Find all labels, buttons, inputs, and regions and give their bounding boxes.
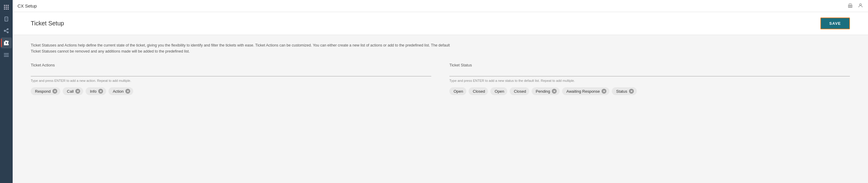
svg-rect-10	[4, 55, 9, 55]
svg-rect-0	[4, 5, 5, 6]
tag-status-closed-2: Closed	[510, 87, 529, 95]
tag-action: Action ✕	[108, 87, 133, 95]
svg-rect-4	[6, 7, 7, 8]
topbar-title: CX Setup	[18, 3, 37, 8]
tag-respond-label: Respond	[35, 89, 51, 94]
tag-info-remove[interactable]: ✕	[98, 89, 103, 94]
tag-status-closed-2-label: Closed	[514, 89, 526, 94]
tag-status-awaiting-remove[interactable]: ✕	[601, 89, 607, 94]
tag-info: Info ✕	[86, 87, 106, 95]
svg-rect-9	[4, 53, 9, 54]
tag-respond: Respond ✕	[31, 87, 60, 95]
svg-rect-3	[4, 7, 5, 8]
tag-action-remove[interactable]: ✕	[125, 89, 130, 94]
tag-status-pending-remove[interactable]: ✕	[552, 89, 557, 94]
sidebar	[0, 0, 13, 183]
svg-rect-5	[7, 7, 9, 8]
sidebar-item-clipboard[interactable]	[1, 13, 12, 24]
ticket-status-input[interactable]	[450, 69, 850, 76]
page-title: Ticket Setup	[31, 20, 64, 27]
museum-icon[interactable]	[847, 3, 853, 9]
tag-call: Call ✕	[63, 87, 83, 95]
content-area: Ticket Setup SAVE Ticket Statuses and Ac…	[13, 12, 868, 183]
tag-status-awaiting-label: Awaiting Response	[566, 89, 600, 94]
topbar: CX Setup	[13, 0, 868, 12]
ticket-actions-hint: Type and press ENTER to add a new action…	[31, 79, 431, 82]
svg-rect-8	[7, 8, 9, 10]
page-body: Ticket Statuses and Actions help define …	[13, 35, 868, 102]
svg-rect-2	[7, 5, 9, 6]
tag-status-pending-label: Pending	[536, 89, 550, 94]
ticket-status-section: Ticket Status Type and press ENTER to ad…	[450, 63, 850, 95]
form-sections: Ticket Actions Type and press ENTER to a…	[31, 63, 850, 95]
tag-info-label: Info	[90, 89, 96, 94]
svg-rect-11	[4, 56, 9, 57]
ticket-actions-input[interactable]	[31, 69, 431, 76]
tag-status-open-1: Open	[450, 87, 466, 95]
ticket-actions-label: Ticket Actions	[31, 63, 431, 67]
svg-rect-7	[6, 8, 7, 10]
page-header: Ticket Setup SAVE	[13, 12, 868, 35]
tag-respond-remove[interactable]: ✕	[53, 89, 57, 94]
sidebar-item-share[interactable]	[1, 25, 12, 36]
tag-action-label: Action	[113, 89, 124, 94]
tag-call-remove[interactable]: ✕	[75, 89, 80, 94]
svg-rect-1	[6, 5, 7, 6]
ticket-status-hint: Type and press ENTER to add a new status…	[450, 79, 850, 82]
topbar-actions	[847, 3, 863, 9]
tag-status-status-remove[interactable]: ✕	[629, 89, 634, 94]
tag-status-open-1-label: Open	[454, 89, 463, 94]
svg-point-12	[860, 4, 861, 5]
user-icon[interactable]	[858, 3, 863, 9]
tag-status-closed-1-label: Closed	[473, 89, 485, 94]
ticket-status-tags: Open Closed Open Closed Pending	[450, 87, 850, 95]
save-button[interactable]: SAVE	[820, 18, 850, 29]
ticket-actions-section: Ticket Actions Type and press ENTER to a…	[31, 63, 431, 95]
tag-status-awaiting: Awaiting Response ✕	[562, 87, 610, 95]
tag-status-open-2-label: Open	[495, 89, 504, 94]
ticket-status-label: Ticket Status	[450, 63, 850, 67]
description-text: Ticket Statuses and Actions help define …	[31, 42, 453, 54]
tag-status-open-2: Open	[490, 87, 507, 95]
tag-status-status-label: Status	[616, 89, 627, 94]
tag-status-pending: Pending ✕	[532, 87, 560, 95]
svg-rect-6	[4, 8, 5, 10]
app-grid-icon[interactable]	[1, 2, 11, 12]
tag-status-closed-1: Closed	[469, 87, 488, 95]
tag-call-label: Call	[67, 89, 73, 94]
ticket-actions-tags: Respond ✕ Call ✕ Info ✕ Action	[31, 87, 431, 95]
tag-status-status: Status ✕	[612, 87, 637, 95]
sidebar-item-menu[interactable]	[1, 50, 12, 60]
sidebar-item-settings[interactable]	[1, 37, 12, 48]
main-content: CX Setup Ticket Setup SAVE Ticket Status…	[13, 0, 868, 183]
